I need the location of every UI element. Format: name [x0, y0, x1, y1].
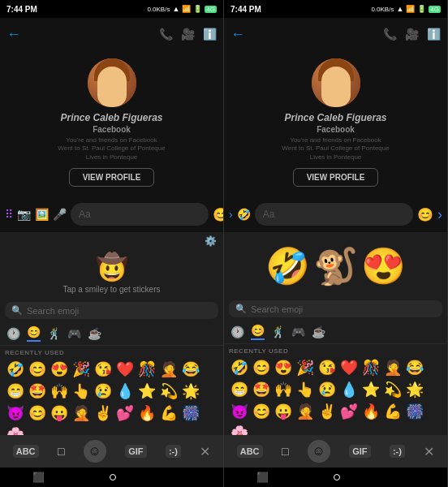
r-emoji-tongue[interactable]: 😛 [273, 401, 294, 422]
emoticon-button-left[interactable]: :-) [166, 445, 181, 458]
r-emoji-facepalm[interactable]: 🤦 [382, 357, 403, 378]
abc-button-right[interactable]: ABC [237, 445, 263, 458]
r-emoji-star-eyes[interactable]: 🤩 [251, 379, 272, 400]
cat-activity-right[interactable]: 🎮 [291, 325, 305, 338]
emoji-search-input-right[interactable] [251, 304, 436, 314]
r-emoji-heart[interactable]: ❤️ [338, 357, 360, 378]
r-emoji-raise[interactable]: 🙌 [273, 379, 294, 400]
info-icon-left[interactable]: ℹ️ [203, 28, 217, 41]
emoji-smile2[interactable]: 😊 [27, 403, 48, 424]
emoji-rolling[interactable]: 🤣 [5, 359, 26, 380]
r-emoji-heart-eyes[interactable]: 😍 [273, 357, 294, 378]
emoji-cry[interactable]: 😂 [180, 359, 201, 380]
r-emoji-point-up[interactable]: 👆 [295, 379, 316, 400]
abc-button-left[interactable]: ABC [13, 445, 39, 458]
back-nav-right[interactable]: ◁ [406, 471, 415, 484]
r-emoji-imp[interactable]: 😈 [229, 401, 250, 422]
mic-icon-left[interactable]: 🎤 [53, 208, 67, 221]
r-emoji-glowing-star[interactable]: 🌟 [404, 379, 425, 400]
cat-smiley-right[interactable]: 😊 [251, 324, 265, 340]
r-emoji-grin[interactable]: 😁 [229, 379, 250, 400]
message-input-right[interactable] [255, 203, 413, 226]
grid-icon-left[interactable]: ⠿ [5, 208, 13, 221]
emoji-tongue[interactable]: 😛 [49, 403, 70, 424]
emoji-point-up[interactable]: 👆 [71, 381, 92, 402]
keyboard-sticker-left[interactable]: □ [58, 445, 64, 458]
r-emoji-flex[interactable]: 💪 [382, 401, 403, 422]
close-keyboard-right[interactable]: ✕ [424, 444, 434, 459]
r-emoji-droplet[interactable]: 💧 [338, 379, 360, 400]
call-icon-left[interactable]: 📞 [159, 28, 173, 41]
emoji-raise[interactable]: 🙌 [49, 381, 70, 402]
sticker-panel-icon-right[interactable]: 🤣 [237, 208, 251, 221]
circle-button-left[interactable] [110, 474, 116, 481]
view-profile-button-left[interactable]: VIEW PROFILE [69, 168, 155, 187]
gif-button-right[interactable]: GIF [349, 445, 370, 458]
emoticon-button-right[interactable]: :-) [390, 445, 405, 458]
home-button-right[interactable]: ⬛ [256, 472, 269, 483]
r-emoji-facepalm2[interactable]: 🤦 [295, 401, 316, 422]
emoji-tada[interactable]: 🎉 [71, 359, 92, 380]
cat-people-right[interactable]: 🕺 [271, 325, 285, 338]
emoji-star[interactable]: ⭐ [136, 381, 157, 402]
emoji-dizzy[interactable]: 💫 [158, 381, 179, 402]
cat-activity-left[interactable]: 🎮 [67, 327, 81, 340]
emoji-cherry[interactable]: 🌸 [5, 425, 26, 435]
emoji-kiss[interactable]: 😘 [93, 359, 114, 380]
emoji-button-left[interactable]: 😊 [213, 207, 224, 222]
r-emoji-sob[interactable]: 😢 [317, 379, 338, 400]
back-nav-left[interactable]: ◁ [182, 471, 191, 484]
back-button-left[interactable]: ← [6, 27, 21, 41]
close-keyboard-left[interactable]: ✕ [200, 444, 210, 459]
emoji-peace[interactable]: ✌️ [93, 403, 114, 424]
keyboard-sticker-right[interactable]: □ [282, 445, 288, 458]
r-emoji-dizzy[interactable]: 💫 [382, 379, 403, 400]
emoji-grin[interactable]: 😁 [5, 381, 26, 402]
home-button-left[interactable]: ⬛ [32, 472, 45, 483]
emoji-confetti[interactable]: 🎊 [136, 359, 157, 380]
r-emoji-two-hearts[interactable]: 💕 [338, 401, 360, 422]
camera-icon-left[interactable]: 📷 [17, 208, 31, 221]
r-emoji-smile2[interactable]: 😊 [251, 401, 272, 422]
emoji-search-input-left[interactable] [27, 306, 212, 316]
cat-food-left[interactable]: ☕ [88, 327, 101, 340]
r-emoji-smile[interactable]: 😊 [251, 357, 272, 378]
message-input-left[interactable] [71, 203, 209, 226]
emoji-button-right[interactable]: 😊 [417, 207, 433, 222]
emoji-flex[interactable]: 💪 [158, 403, 179, 424]
video-icon-right[interactable]: 🎥 [405, 28, 419, 41]
cat-recent-left[interactable]: 🕐 [6, 327, 20, 340]
call-icon-right[interactable]: 📞 [383, 28, 397, 41]
circle-button-right[interactable] [334, 474, 340, 481]
video-icon-left[interactable]: 🎥 [181, 28, 195, 41]
r-emoji-star[interactable]: ⭐ [360, 379, 381, 400]
emoji-heart-eyes[interactable]: 😍 [49, 359, 70, 380]
emoji-heart[interactable]: ❤️ [114, 359, 136, 380]
cat-smiley-left[interactable]: 😊 [27, 325, 41, 342]
r-emoji-fireworks[interactable]: 🎆 [404, 401, 425, 422]
emoji-facepalm[interactable]: 🤦 [158, 359, 179, 380]
emoji-smile[interactable]: 😊 [27, 359, 48, 380]
emoji-keyboard-active-right[interactable]: ☺ [308, 440, 330, 463]
emoji-facepalm2[interactable]: 🤦 [71, 403, 92, 424]
emoji-droplet[interactable]: 💧 [114, 381, 136, 402]
r-emoji-cherry[interactable]: 🌸 [229, 423, 250, 435]
emoji-star-eyes[interactable]: 🤩 [27, 381, 48, 402]
cat-recent-right[interactable]: 🕐 [230, 325, 244, 338]
emoji-two-hearts[interactable]: 💕 [114, 403, 136, 424]
chevron-icon-right[interactable]: › [229, 208, 233, 221]
r-emoji-kiss[interactable]: 😘 [317, 357, 338, 378]
r-emoji-cry[interactable]: 😂 [404, 357, 425, 378]
r-emoji-tada[interactable]: 🎉 [295, 357, 316, 378]
emoji-glowing-star[interactable]: 🌟 [180, 381, 201, 402]
cat-food-right[interactable]: ☕ [312, 325, 325, 338]
emoji-keyboard-active-left[interactable]: ☺ [84, 440, 106, 463]
gif-button-left[interactable]: GIF [125, 445, 146, 458]
settings-icon-left[interactable]: ⚙️ [205, 235, 217, 247]
view-profile-button-right[interactable]: VIEW PROFILE [293, 168, 379, 187]
image-icon-left[interactable]: 🖼️ [35, 208, 49, 221]
emoji-fireworks[interactable]: 🎆 [180, 403, 201, 424]
emoji-imp[interactable]: 😈 [5, 403, 26, 424]
info-icon-right[interactable]: ℹ️ [427, 28, 441, 41]
like-button-right[interactable]: › [437, 206, 442, 223]
